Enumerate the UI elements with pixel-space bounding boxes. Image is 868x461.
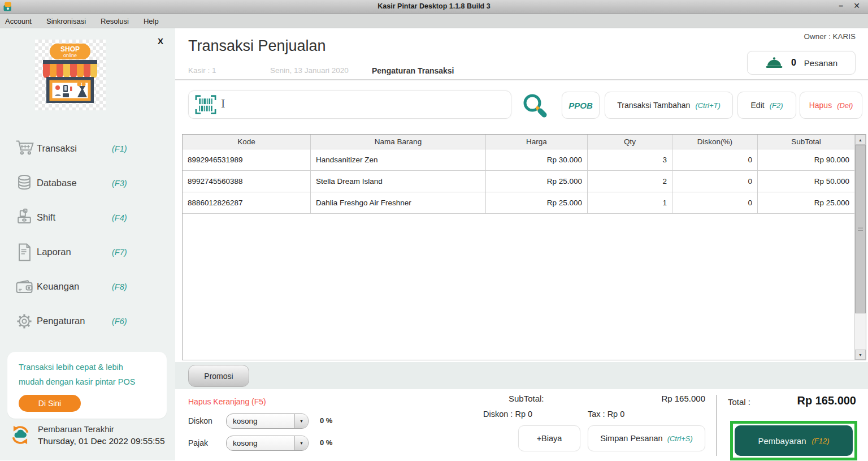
sidebar-item-transaksi[interactable]: Transaksi (F1) bbox=[0, 131, 175, 166]
cell-subtotal: Rp 25.000 bbox=[758, 192, 854, 213]
subtotal-value: Rp 165.000 bbox=[661, 394, 705, 403]
pengaturan-transaksi-link[interactable]: Pengaturan Transaksi bbox=[372, 66, 454, 75]
chevron-down-icon: ▼ bbox=[294, 436, 308, 450]
sidebar-item-shift[interactable]: Shift (F4) bbox=[0, 200, 175, 235]
cell-nama: Dahlia Freshgo Air Freshner bbox=[311, 192, 486, 213]
sidebar-item-laporan[interactable]: Laporan (F7) bbox=[0, 235, 175, 269]
table-header-row: Kode Nama Barang Harga Qty Diskon(%) Sub… bbox=[183, 135, 854, 149]
column-header: Nama Barang bbox=[311, 135, 486, 149]
document-icon bbox=[14, 242, 37, 262]
sidebar-item-label: Keuangan bbox=[37, 281, 112, 292]
pajak-dropdown[interactable]: kosong ▼ bbox=[226, 436, 309, 451]
logo-sign-line2: online bbox=[63, 53, 77, 58]
biaya-button[interactable]: +Biaya bbox=[518, 425, 580, 451]
sidebar-nav: Transaksi (F1) Database (F3) bbox=[0, 131, 175, 338]
page-title: Transaksi Penjualan bbox=[188, 37, 326, 55]
shop-logo: SHOP online bbox=[35, 40, 106, 110]
sidebar-item-label: Database bbox=[37, 178, 112, 188]
menu-account[interactable]: Account bbox=[5, 17, 32, 25]
diskon-amount: Diskon : Rp 0 bbox=[483, 410, 532, 419]
pembayaran-label: Pembayaran bbox=[758, 436, 806, 446]
promo-text-line2: mudah dengan kasir pintar POS bbox=[19, 374, 167, 389]
cell-nama: Stella Dream Island bbox=[311, 171, 486, 192]
chevron-down-icon: ▼ bbox=[294, 414, 308, 428]
diskon-dropdown-value: kosong bbox=[227, 414, 294, 428]
column-header: Qty bbox=[588, 135, 672, 149]
total-label: Total : bbox=[728, 397, 750, 407]
transaksi-tambahan-button[interactable]: Transaksi Tambahan (Ctrl+T) bbox=[605, 92, 733, 119]
title-bar: Kasir Pintar Desktop 1.1.8 Build 3 – ✕ bbox=[0, 0, 868, 14]
barcode-field-wrap: I bbox=[188, 91, 511, 119]
sidebar-item-label: Laporan bbox=[37, 247, 112, 257]
sidebar-item-pengaturan[interactable]: Pengaturan (F6) bbox=[0, 304, 175, 338]
pajak-percent: 0 % bbox=[320, 438, 332, 447]
search-button[interactable] bbox=[521, 92, 548, 119]
di-sini-button[interactable]: Di Sini bbox=[19, 395, 81, 412]
menu-sinkronisasi[interactable]: Sinkronisasi bbox=[46, 17, 86, 25]
simpan-pesanan-button[interactable]: Simpan Pesanan (Ctrl+S) bbox=[588, 425, 705, 451]
header-divider bbox=[175, 79, 868, 80]
kasir-label: Kasir : 1 bbox=[188, 66, 216, 75]
cell-qty: 1 bbox=[588, 192, 672, 213]
table-row[interactable]: 8886012826287 Dahlia Freshgo Air Freshne… bbox=[183, 192, 854, 214]
cart-table: Kode Nama Barang Harga Qty Diskon(%) Sub… bbox=[182, 134, 866, 360]
hapus-keranjang-button[interactable]: Hapus Keranjang (F5) bbox=[188, 397, 266, 406]
orders-count: 0 bbox=[791, 58, 796, 68]
cell-subtotal: Rp 50.000 bbox=[758, 171, 854, 192]
table-scrollbar[interactable]: ▲ ▼ bbox=[854, 135, 866, 360]
database-icon bbox=[14, 173, 37, 193]
footer-divider bbox=[716, 395, 717, 456]
pembayaran-button[interactable]: Pembayaran (F12) bbox=[735, 425, 853, 456]
edit-button[interactable]: Edit (F2) bbox=[737, 92, 796, 119]
cell-diskon: 0 bbox=[672, 149, 758, 170]
scrollbar-grip bbox=[858, 227, 863, 231]
cloche-icon bbox=[765, 56, 783, 70]
scroll-down-icon[interactable]: ▼ bbox=[855, 350, 866, 360]
orders-label: Pesanan bbox=[804, 58, 837, 68]
ppob-button[interactable]: PPOB bbox=[562, 92, 600, 119]
last-update: Pembaruan Terakhir Thursday, 01 Dec 2022… bbox=[8, 423, 165, 447]
scroll-up-icon[interactable]: ▲ bbox=[855, 135, 866, 145]
edit-shortcut: (F2) bbox=[770, 101, 783, 110]
diskon-dropdown[interactable]: kosong ▼ bbox=[226, 413, 309, 429]
sidebar-item-shortcut: (F6) bbox=[112, 317, 127, 326]
table-row[interactable]: 8992946531989 Handsanitizer Zen Rp 30.00… bbox=[183, 149, 854, 171]
cell-kode: 8886012826287 bbox=[183, 192, 311, 213]
menu-resolusi[interactable]: Resolusi bbox=[101, 17, 129, 25]
diskon-percent: 0 % bbox=[320, 416, 332, 425]
sidebar-item-database[interactable]: Database (F3) bbox=[0, 166, 175, 200]
barcode-input[interactable] bbox=[188, 91, 511, 119]
pajak-dropdown-value: kosong bbox=[227, 436, 294, 450]
ppob-label: PPOB bbox=[568, 101, 593, 110]
app-window: Kasir Pintar Desktop 1.1.8 Build 3 – ✕ A… bbox=[0, 0, 868, 461]
sidebar-close-button[interactable]: X bbox=[158, 36, 163, 46]
close-button[interactable]: ✕ bbox=[853, 1, 860, 10]
hapus-shortcut: (Del) bbox=[837, 101, 853, 110]
sidebar-item-shortcut: (F7) bbox=[112, 248, 127, 257]
column-header: Diskon(%) bbox=[672, 135, 758, 149]
pesanan-button[interactable]: 0 Pesanan bbox=[747, 51, 856, 75]
hapus-label: Hapus bbox=[809, 101, 832, 110]
cell-harga: Rp 25.000 bbox=[486, 171, 588, 192]
pembayaran-highlight-frame: Pembayaran (F12) bbox=[730, 421, 857, 460]
cell-subtotal: Rp 90.000 bbox=[758, 149, 854, 170]
scrollbar-thumb[interactable] bbox=[855, 145, 866, 313]
owner-label: Owner : KARIS bbox=[804, 32, 856, 41]
gear-icon bbox=[14, 311, 37, 331]
sidebar-item-label: Pengaturan bbox=[37, 316, 112, 326]
checkout-footer: Hapus Keranjang (F5) Diskon kosong ▼ 0 %… bbox=[175, 389, 868, 460]
edit-label: Edit bbox=[751, 101, 765, 110]
table-row[interactable]: 8992745560388 Stella Dream Island Rp 25.… bbox=[183, 171, 854, 192]
cell-qty: 2 bbox=[588, 171, 672, 192]
update-title: Pembaruan Terakhir bbox=[38, 424, 165, 434]
minimize-button[interactable]: – bbox=[839, 1, 843, 10]
sidebar-item-shortcut: (F4) bbox=[112, 213, 127, 222]
cell-qty: 3 bbox=[588, 149, 672, 170]
sidebar-item-keuangan[interactable]: Keuangan (F8) bbox=[0, 269, 175, 304]
pembayaran-shortcut: (F12) bbox=[812, 437, 830, 445]
promosi-button[interactable]: Promosi bbox=[188, 365, 249, 387]
cell-diskon: 0 bbox=[672, 171, 758, 192]
cell-kode: 8992946531989 bbox=[183, 149, 311, 170]
hapus-button[interactable]: Hapus (Del) bbox=[800, 92, 862, 119]
menu-help[interactable]: Help bbox=[144, 17, 159, 25]
